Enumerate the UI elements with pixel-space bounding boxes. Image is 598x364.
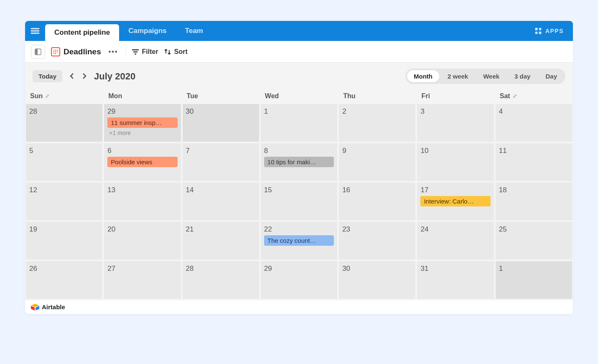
- tab-content-pipeline[interactable]: Content pipeline: [45, 24, 119, 41]
- calendar-event[interactable]: Poolside views: [107, 157, 177, 167]
- day-cell[interactable]: 27: [103, 260, 181, 300]
- filter-label: Filter: [142, 48, 158, 56]
- svg-rect-5: [535, 32, 537, 34]
- view-more-button[interactable]: •••: [107, 48, 120, 56]
- svg-rect-6: [539, 32, 541, 34]
- day-cell[interactable]: 26: [25, 260, 103, 300]
- day-number: 30: [186, 107, 256, 116]
- week-row: 282911 summer insp…+1 more301234: [25, 103, 573, 143]
- day-cell[interactable]: 9: [338, 143, 416, 182]
- filter-icon: [132, 48, 139, 55]
- day-number: 26: [29, 265, 99, 273]
- tab-team[interactable]: Team: [176, 21, 212, 41]
- calendar-icon: [51, 47, 60, 56]
- dow-label: Tue: [187, 92, 198, 100]
- app-window: Content pipelineCampaignsTeam APPS Deadl…: [25, 21, 573, 314]
- view-name[interactable]: Deadlines: [51, 47, 101, 56]
- sort-button[interactable]: Sort: [164, 48, 188, 56]
- day-cell[interactable]: 810 tips for maki…: [260, 143, 338, 182]
- day-cell[interactable]: 30: [182, 103, 260, 143]
- apps-icon: [534, 27, 542, 35]
- dow-label: Sat: [500, 92, 510, 100]
- range-option-2-week[interactable]: 2 week: [441, 70, 475, 82]
- day-cell[interactable]: 11: [495, 143, 573, 182]
- table-tabs: Content pipelineCampaignsTeam: [45, 21, 212, 41]
- day-cell[interactable]: 21: [182, 221, 260, 260]
- apps-button[interactable]: APPS: [525, 21, 573, 41]
- day-number: 7: [186, 147, 256, 155]
- day-cell[interactable]: 15: [260, 182, 338, 221]
- today-button[interactable]: Today: [33, 70, 62, 82]
- day-cell[interactable]: 13: [103, 182, 181, 221]
- day-cell[interactable]: 18: [495, 182, 573, 221]
- more-events-link[interactable]: +1 more: [107, 129, 177, 137]
- day-number: 21: [186, 225, 256, 234]
- calendar-event[interactable]: 11 summer insp…: [107, 117, 177, 128]
- svg-point-10: [55, 49, 56, 50]
- day-cell[interactable]: 10: [416, 143, 494, 182]
- day-cell[interactable]: 4: [495, 103, 573, 143]
- day-cell[interactable]: 25: [495, 221, 573, 260]
- dow-label: Wed: [265, 92, 279, 100]
- range-option-month[interactable]: Month: [407, 70, 439, 82]
- tab-campaigns[interactable]: Campaigns: [119, 21, 176, 41]
- day-number: 29: [264, 265, 334, 273]
- airtable-logo-icon: [31, 304, 39, 311]
- dow-label: Sun: [30, 92, 43, 100]
- day-cell[interactable]: 20: [103, 221, 181, 260]
- day-cell[interactable]: 17Interview: Carlo…: [416, 182, 494, 221]
- day-cell[interactable]: 2: [338, 103, 416, 143]
- day-cell[interactable]: 28: [182, 260, 260, 300]
- calendar-event[interactable]: Interview: Carlo…: [420, 196, 490, 206]
- svg-point-12: [53, 51, 54, 52]
- week-row: 56Poolside views7810 tips for maki…91011: [25, 143, 573, 182]
- day-cell[interactable]: 30: [338, 260, 416, 300]
- day-of-week-header: Sun⤢MonTueWedThuFriSat⤢: [25, 89, 573, 103]
- day-cell[interactable]: 28: [25, 103, 103, 143]
- svg-rect-1: [31, 31, 39, 32]
- day-cell[interactable]: 7: [182, 143, 260, 182]
- day-cell[interactable]: 1: [260, 103, 338, 143]
- svg-rect-3: [535, 28, 537, 31]
- day-cell[interactable]: 23: [338, 221, 416, 260]
- day-cell[interactable]: 5: [25, 143, 103, 182]
- day-number: 1: [264, 107, 334, 116]
- day-cell[interactable]: 12: [25, 182, 103, 221]
- day-cell[interactable]: 22The cozy count…: [260, 221, 338, 260]
- dow-header-wed: Wed: [260, 89, 338, 103]
- day-cell[interactable]: 2911 summer insp…+1 more: [103, 103, 181, 143]
- filter-button[interactable]: Filter: [132, 48, 158, 56]
- menu-button[interactable]: [25, 21, 45, 41]
- day-number: 17: [420, 186, 490, 194]
- day-cell[interactable]: 1: [495, 260, 573, 300]
- range-switcher: Month2 weekWeek3 dayDay: [405, 69, 565, 84]
- calendar-event[interactable]: The cozy count…: [264, 235, 334, 246]
- day-number: 3: [420, 107, 490, 116]
- column-resize-icon[interactable]: ⤢: [45, 93, 49, 99]
- range-option-3-day[interactable]: 3 day: [508, 70, 537, 82]
- column-resize-icon[interactable]: ⤢: [513, 93, 517, 99]
- day-number: 19: [29, 225, 99, 234]
- next-month-button[interactable]: [81, 70, 87, 83]
- day-number: 11: [499, 147, 569, 155]
- prev-month-button[interactable]: [69, 70, 75, 83]
- day-number: 6: [107, 147, 177, 155]
- day-cell[interactable]: 24: [416, 221, 494, 260]
- day-cell[interactable]: 29: [260, 260, 338, 300]
- day-number: 1: [499, 265, 569, 273]
- day-cell[interactable]: 3: [416, 103, 494, 143]
- day-cell[interactable]: 19: [25, 221, 103, 260]
- week-row: 19202122The cozy count…232425: [25, 221, 573, 260]
- day-cell[interactable]: 16: [338, 182, 416, 221]
- day-cell[interactable]: 14: [182, 182, 260, 221]
- day-cell[interactable]: 31: [416, 260, 494, 300]
- range-option-day[interactable]: Day: [539, 70, 564, 82]
- day-number: 15: [264, 186, 334, 194]
- day-cell[interactable]: 6Poolside views: [103, 143, 181, 182]
- day-number: 27: [107, 265, 177, 273]
- sidebar-toggle-button[interactable]: [31, 45, 45, 59]
- range-option-week[interactable]: Week: [476, 70, 506, 82]
- svg-rect-4: [539, 28, 541, 31]
- calendar-event[interactable]: 10 tips for maki…: [264, 157, 334, 167]
- chevron-right-icon: [82, 73, 87, 79]
